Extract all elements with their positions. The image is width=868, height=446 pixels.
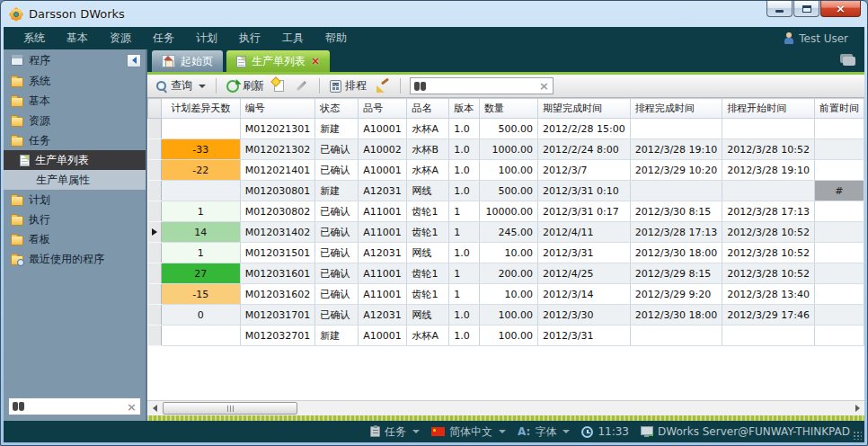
cell-overflow-marker[interactable] xyxy=(814,284,864,305)
menu-item[interactable]: 基本 xyxy=(56,31,99,46)
cell-item-name[interactable]: 水杯A xyxy=(407,119,449,139)
cell-version[interactable]: 1.0 xyxy=(449,139,479,160)
cell-item-name[interactable]: 网线 xyxy=(407,181,449,201)
refresh-button[interactable]: 刷新 xyxy=(224,76,267,95)
cell-quantity[interactable]: 245.00 xyxy=(479,222,537,243)
sidebar-item-9[interactable]: 最近使用的程序 xyxy=(4,249,146,269)
cell-plan-diff-days[interactable] xyxy=(161,326,240,346)
menu-item[interactable]: 工具 xyxy=(271,31,314,46)
scroll-left-button[interactable] xyxy=(147,401,162,415)
sidebar-item-2[interactable]: 资源 xyxy=(4,111,146,130)
cell-overflow-marker[interactable] xyxy=(814,160,864,181)
table-row[interactable]: -22M012021401已确认A10001水杯A1.0100.002012/3… xyxy=(148,160,864,181)
tab-home[interactable]: 起始页 xyxy=(152,50,223,72)
clean-button[interactable] xyxy=(374,78,393,94)
cell-scheduled-start-time[interactable] xyxy=(722,119,815,139)
cell-version[interactable]: 1 xyxy=(449,263,479,284)
query-button[interactable]: 查询 xyxy=(153,76,208,95)
row-selector[interactable] xyxy=(148,243,162,263)
cell-item-no[interactable]: A10001 xyxy=(359,119,407,139)
column-header[interactable]: 编号 xyxy=(240,99,314,119)
sidebar-search-box[interactable]: × xyxy=(8,397,141,415)
current-user[interactable]: Test User xyxy=(784,32,855,45)
sidebar-collapse-button[interactable] xyxy=(127,54,141,67)
cell-overflow-marker[interactable] xyxy=(814,263,864,284)
cell-status[interactable]: 新建 xyxy=(315,119,359,139)
cell-scheduled-start-time[interactable]: 2012/3/28 10:52 xyxy=(722,243,815,263)
cell-expected-finish-time[interactable]: 2012/3/31 xyxy=(538,243,631,263)
cell-item-name[interactable]: 齿轮1 xyxy=(407,222,449,243)
cell-plan-diff-days[interactable] xyxy=(161,181,240,201)
column-header[interactable]: 状态 xyxy=(315,99,359,119)
table-row[interactable]: 1M012030802已确认A11001齿轮1110000.002012/3/3… xyxy=(148,201,864,222)
sidebar-item-7[interactable]: 执行 xyxy=(4,210,146,229)
cell-item-no[interactable]: A11001 xyxy=(359,263,407,284)
menu-item[interactable]: 资源 xyxy=(99,31,142,46)
cell-order-code[interactable]: M012030801 xyxy=(240,181,314,201)
close-button[interactable]: × xyxy=(820,1,861,17)
menu-item[interactable]: 任务 xyxy=(142,31,185,46)
cell-item-name[interactable]: 网线 xyxy=(407,243,449,263)
horizontal-scrollbar[interactable] xyxy=(147,400,864,415)
cell-expected-finish-time[interactable]: 2012/3/31 xyxy=(538,326,631,346)
cell-item-no[interactable]: A12031 xyxy=(359,181,407,201)
cell-quantity[interactable]: 10.00 xyxy=(479,243,537,263)
table-row[interactable]: 14M012031402已确认A11001齿轮11245.002012/4/11… xyxy=(148,222,864,243)
cell-overflow-marker[interactable] xyxy=(814,243,864,263)
new-button[interactable] xyxy=(271,78,287,94)
cell-version[interactable]: 1.0 xyxy=(449,119,479,139)
row-selector[interactable] xyxy=(148,326,162,346)
cell-item-name[interactable]: 水杯A xyxy=(407,160,449,181)
cell-order-code[interactable]: M012032701 xyxy=(240,326,314,346)
maximize-button[interactable] xyxy=(793,1,819,17)
cell-status[interactable]: 新建 xyxy=(315,181,359,201)
cell-scheduled-start-time[interactable]: 2012/3/28 13:40 xyxy=(722,284,815,305)
toolbar-search-input[interactable]: × xyxy=(410,77,554,94)
table-row[interactable]: 27M012031601已确认A11001齿轮11200.002012/4/25… xyxy=(148,263,864,284)
cell-quantity[interactable]: 100.00 xyxy=(479,305,537,326)
sidebar-search-clear-icon[interactable]: × xyxy=(127,401,137,413)
cell-expected-finish-time[interactable]: 2012/3/31 0:10 xyxy=(538,181,631,201)
cell-expected-finish-time[interactable]: 2012/2/24 8:00 xyxy=(538,139,631,160)
row-selector[interactable] xyxy=(148,201,162,222)
cell-quantity[interactable]: 500.00 xyxy=(479,119,537,139)
tab-close-icon[interactable]: × xyxy=(311,55,320,67)
cell-status[interactable]: 已确认 xyxy=(315,243,359,263)
column-header[interactable]: 计划差异天数 xyxy=(161,99,240,119)
cell-version[interactable]: 1.0 xyxy=(449,305,479,326)
cell-scheduled-start-time[interactable]: 2012/3/29 17:46 xyxy=(722,305,815,326)
menu-item[interactable]: 执行 xyxy=(228,31,271,46)
cell-plan-diff-days[interactable]: 0 xyxy=(161,305,240,326)
cell-version[interactable]: 1 xyxy=(449,201,479,222)
cell-scheduled-start-time[interactable]: 2012/3/28 17:13 xyxy=(722,201,815,222)
cell-scheduled-finish-time[interactable]: 2012/3/30 18:00 xyxy=(630,305,722,326)
cell-plan-diff-days[interactable]: 1 xyxy=(161,243,240,263)
minimize-button[interactable] xyxy=(766,1,793,17)
title-bar[interactable]: Darsson DWorks × xyxy=(4,1,864,27)
schedule-button[interactable]: 排程 xyxy=(327,76,369,95)
toolbar-search-clear-icon[interactable]: × xyxy=(539,80,549,92)
column-header[interactable]: 排程开始时间 xyxy=(722,99,815,119)
cell-expected-finish-time[interactable]: 2012/3/7 xyxy=(538,160,631,181)
column-header[interactable]: 品号 xyxy=(359,99,407,119)
cell-order-code[interactable]: M012021302 xyxy=(240,139,314,160)
column-header[interactable]: 品名 xyxy=(407,99,449,119)
cell-order-code[interactable]: M012021401 xyxy=(240,160,314,181)
column-header[interactable]: 版本 xyxy=(449,99,479,119)
cell-status[interactable]: 已确认 xyxy=(315,222,359,243)
table-row[interactable]: -15M012031602已确认A11001齿轮1110.002012/3/14… xyxy=(148,284,864,305)
cell-overflow-marker[interactable] xyxy=(814,222,864,243)
cell-order-code[interactable]: M012021301 xyxy=(240,119,314,139)
cell-status[interactable]: 新建 xyxy=(315,326,359,346)
sidebar-item-8[interactable]: 看板 xyxy=(4,229,146,249)
cell-version[interactable]: 1.0 xyxy=(449,243,479,263)
table-row[interactable]: M012030801新建A12031网线1.0500.002012/3/31 0… xyxy=(148,181,864,201)
cell-quantity[interactable]: 10000.00 xyxy=(479,201,537,222)
sidebar-item-6[interactable]: 计划 xyxy=(4,190,146,210)
edit-button[interactable] xyxy=(291,83,312,89)
cell-item-no[interactable]: A12031 xyxy=(359,243,407,263)
cell-overflow-marker[interactable] xyxy=(814,305,864,326)
cell-overflow-marker[interactable]: # xyxy=(814,181,864,201)
tab-production-order-list[interactable]: 生产单列表 × xyxy=(226,50,330,72)
cell-status[interactable]: 已确认 xyxy=(315,139,359,160)
